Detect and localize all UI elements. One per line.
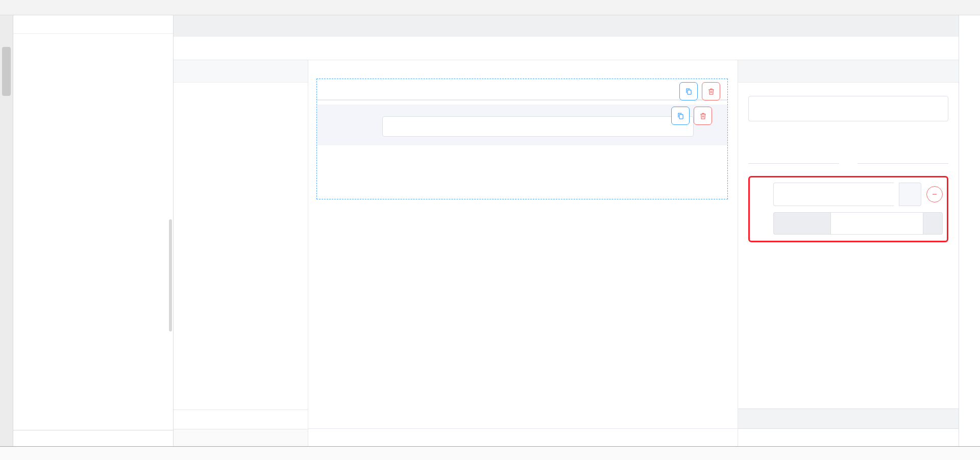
component-name-input[interactable] [748,96,948,121]
tab-page-item [748,176,948,242]
problems-list-icon [21,434,30,443]
main-area [0,15,980,446]
statusbar [0,446,980,460]
tab-component-icon [756,103,767,114]
tabs-widget-actions [679,82,720,100]
center-column [174,15,959,446]
problems-bar[interactable] [13,430,173,446]
tree-scrollbar[interactable] [169,219,172,331]
tab-pane-field-row[interactable] [317,105,727,145]
canvas-footer [308,410,738,429]
right-rail [959,15,980,446]
add-tab-page-link[interactable] [748,252,761,261]
view-tab-bar [174,37,959,60]
copy-button[interactable] [671,107,690,125]
copy-button[interactable] [679,82,698,100]
teacherId-input[interactable] [382,116,694,137]
search-input[interactable] [29,20,128,29]
palette-header [174,60,308,83]
canvas-footer-strip [308,429,738,446]
chevron-down-icon[interactable] [291,67,300,75]
info-icon [186,416,194,424]
remove-tab-button[interactable] [926,186,943,202]
explorer-search-row [13,15,173,34]
chevron-right-icon [940,415,948,423]
delete-button[interactable] [694,107,712,125]
chevron-down-icon [940,67,948,75]
explorer-actions [131,20,169,29]
view-api-link[interactable] [713,415,725,424]
delete-button[interactable] [702,82,720,100]
palette-footer-strip [174,429,308,446]
advanced-section-header[interactable] [738,408,959,429]
tabs-widget[interactable] [316,79,728,199]
outline-bar[interactable] [174,410,308,429]
app-window [0,0,980,460]
workspace [174,60,959,446]
new-folder-icon[interactable] [131,20,140,29]
titlebar [0,0,980,15]
field-actions [671,107,712,125]
refresh-icon[interactable] [145,20,155,29]
form-field-teacherId [317,116,697,137]
condition-input[interactable] [830,212,923,235]
rail-scroll-thumb[interactable] [2,47,11,96]
condition-label [773,212,830,235]
collapse-all-icon[interactable] [160,20,169,29]
condition-row [773,212,943,235]
rail-tab-resources[interactable] [0,16,13,24]
plus-circle-icon [748,252,757,261]
app-logo-icon [5,3,15,13]
file-tree [13,34,173,430]
save-icon[interactable] [965,3,975,13]
property-inspector [738,60,959,446]
eye-icon [713,415,722,424]
inspector-body [738,83,959,408]
left-rail [0,15,13,446]
sliders-icon[interactable] [755,188,768,201]
editor-tab-bar [174,15,959,37]
tab-header-divider [317,99,727,100]
condition-code-button[interactable] [923,212,943,235]
search-icon [17,20,26,29]
inspector-footer-strip [738,429,959,446]
basic-section-header[interactable] [738,60,959,83]
component-palette [174,60,308,446]
canvas-body [308,60,738,410]
form-canvas [308,60,738,446]
tab-name-row [755,183,943,206]
chevron-right-icon[interactable] [291,416,300,424]
drag-handle-icon [186,68,192,74]
tab-name-input[interactable] [773,183,894,206]
explorer-panel [13,15,174,446]
palette-body [174,83,308,410]
tab-name-suffix-button[interactable] [899,183,921,206]
tab-title[interactable] [317,79,329,92]
tab-pages-divider [748,163,948,164]
